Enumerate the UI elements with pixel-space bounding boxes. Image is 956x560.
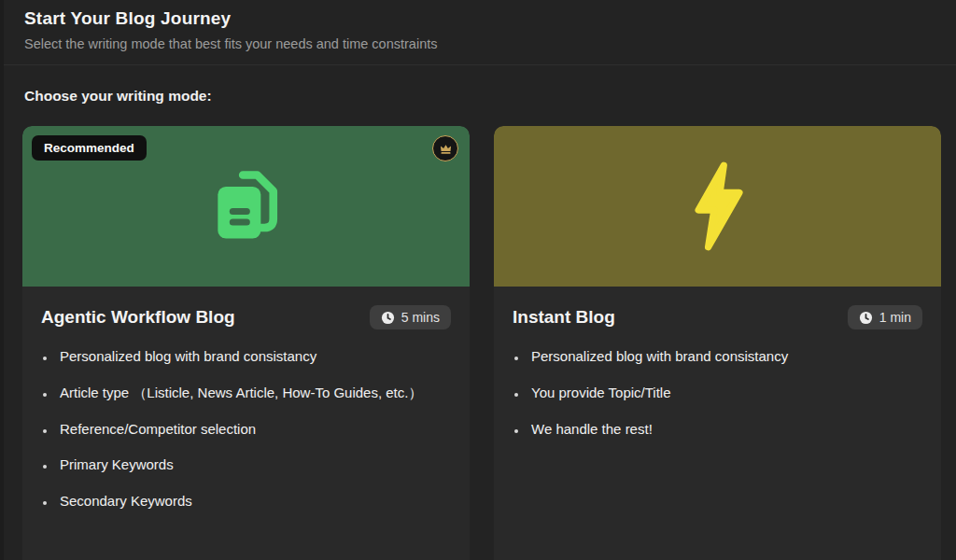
- recommended-badge: Recommended: [32, 135, 147, 161]
- feature-list: Personalized blog with brand consistancy…: [22, 346, 470, 511]
- card-banner: Recommended: [22, 126, 470, 287]
- feature-item: Article type （Listicle, News Article, Ho…: [56, 383, 447, 403]
- feature-item: Personalized blog with brand consistancy: [527, 346, 919, 367]
- card-title-row: Instant Blog 1 min: [494, 287, 941, 335]
- feature-item: Secondary Keywords: [56, 491, 447, 511]
- clock-icon: [859, 311, 873, 325]
- card-agentic-workflow-blog[interactable]: Recommended Agentic Workflow Blog: [22, 126, 470, 560]
- feature-item: Reference/Competitor selection: [56, 419, 447, 440]
- documents-icon: [204, 163, 289, 249]
- page-subtitle: Select the writing mode that best fits y…: [24, 36, 934, 51]
- feature-list: Personalized blog with brand consistancy…: [494, 346, 941, 439]
- premium-crown-badge[interactable]: [432, 135, 458, 161]
- card-instant-blog[interactable]: Instant Blog 1 min Personalized blog wit…: [494, 126, 941, 560]
- writing-mode-cards: Recommended Agentic Workflow Blog: [22, 126, 941, 560]
- clock-icon: [381, 311, 395, 325]
- section-label: Choose your writing mode:: [24, 88, 956, 105]
- time-badge: 1 min: [848, 305, 922, 329]
- page-header: Start Your Blog Journey Select the writi…: [4, 0, 956, 65]
- feature-item: Personalized blog with brand consistancy: [56, 346, 447, 367]
- card-title: Instant Blog: [513, 307, 615, 328]
- page-title: Start Your Blog Journey: [24, 8, 934, 29]
- time-label: 1 min: [879, 310, 911, 325]
- feature-item: Primary Keywords: [56, 455, 447, 475]
- feature-item: You provide Topic/Title: [527, 383, 919, 403]
- lightning-icon: [685, 160, 751, 253]
- time-label: 5 mins: [401, 310, 440, 325]
- feature-item: We handle the rest!: [527, 419, 919, 440]
- card-title-row: Agentic Workflow Blog 5 mins: [22, 287, 470, 335]
- card-title: Agentic Workflow Blog: [41, 307, 235, 328]
- card-banner: [494, 126, 941, 287]
- time-badge: 5 mins: [370, 305, 451, 329]
- crown-icon: [439, 142, 453, 156]
